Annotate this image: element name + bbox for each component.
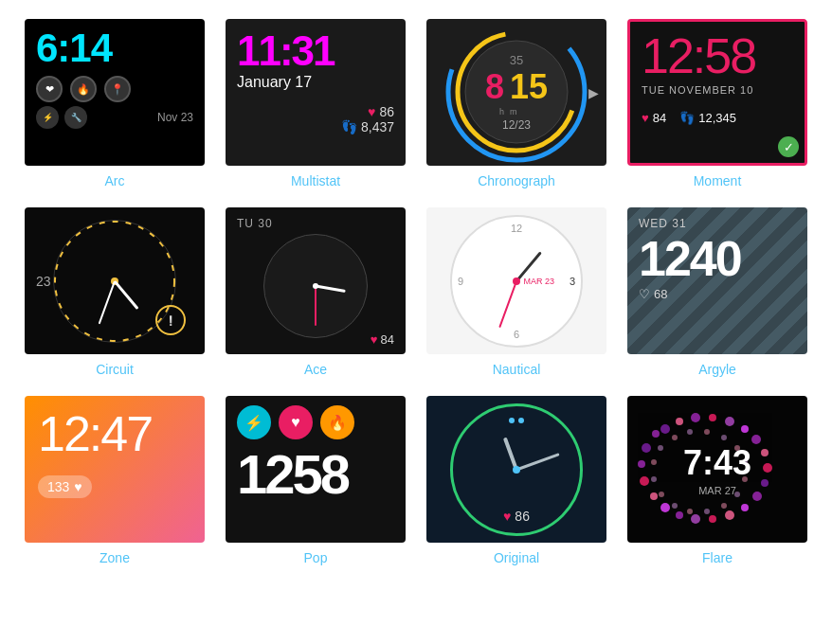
- circuit-label[interactable]: Circuit: [96, 362, 134, 377]
- watch-item-chronograph[interactable]: 35 8 h 15 m 12/23 ▶ Chronogra: [421, 19, 612, 188]
- ace-clock-container: [237, 234, 394, 338]
- svg-point-30: [672, 503, 678, 509]
- svg-point-17: [763, 463, 772, 473]
- arc-label[interactable]: Arc: [105, 173, 125, 188]
- nautical-center-dot: [513, 277, 520, 285]
- watch-item-moment[interactable]: 12:58 TUE NOVEMBER 10 ♥ 84 👣 12,345 ✓ Mo…: [622, 19, 813, 188]
- chrono-top-num: 35: [485, 53, 548, 67]
- chrono-inner: 8 h 15 m: [485, 67, 548, 116]
- arc-bottom-icons: ⚡ 🔧: [36, 106, 87, 129]
- watch-item-arc[interactable]: 6:14 ❤ 🔥 📍 ⚡ 🔧 Nov 23 Arc: [19, 19, 210, 188]
- nautical-min-hand: [498, 280, 517, 328]
- circuit-hour-hand: [114, 280, 139, 310]
- watch-face-arc[interactable]: 6:14 ❤ 🔥 📍 ⚡ 🔧 Nov 23: [25, 19, 205, 166]
- nautical-label-9: 9: [458, 276, 463, 287]
- watch-face-circuit[interactable]: 23 ❕: [25, 207, 205, 354]
- arc-bottom-row: ⚡ 🔧 Nov 23: [36, 106, 193, 129]
- watch-item-zone[interactable]: 12:47 133 ♥ Zone: [19, 396, 210, 565]
- chronograph-label[interactable]: Chronograph: [478, 173, 555, 188]
- circuit-min-hand: [99, 280, 116, 324]
- original-clock: ♥ 86: [450, 403, 583, 536]
- svg-point-41: [672, 435, 678, 440]
- watch-face-argyle[interactable]: WED 31 1240 ♡ 68: [627, 207, 807, 354]
- argyle-heart-icon: ♡: [639, 287, 650, 301]
- flare-time: 7:43: [683, 443, 751, 483]
- watch-face-moment[interactable]: 12:58 TUE NOVEMBER 10 ♥ 84 👣 12,345 ✓: [627, 19, 807, 166]
- svg-point-13: [725, 510, 734, 520]
- arc-date: Nov 23: [157, 111, 193, 124]
- watch-item-pop[interactable]: ⚡ ♥ 🔥 1258 Pop: [220, 396, 411, 565]
- orig-center-dot: [513, 466, 520, 474]
- svg-point-6: [638, 460, 645, 468]
- multistat-steps-value: 8,437: [361, 119, 394, 134]
- chrono-date: 12/23: [485, 118, 548, 132]
- watch-face-chronograph[interactable]: 35 8 h 15 m 12/23 ▶: [426, 19, 606, 166]
- svg-point-39: [704, 429, 710, 435]
- svg-point-38: [721, 435, 727, 440]
- flare-label[interactable]: Flare: [702, 550, 733, 565]
- multistat-heart-icon: ♥: [368, 104, 375, 119]
- watch-face-zone[interactable]: 12:47 133 ♥: [25, 396, 205, 543]
- svg-point-29: [659, 492, 664, 497]
- zone-steps-value: 133: [47, 479, 69, 494]
- watch-face-original[interactable]: ♥ 86: [426, 396, 606, 543]
- arc-time: 6:14: [36, 28, 193, 68]
- svg-point-14: [741, 504, 749, 511]
- watch-face-pop[interactable]: ⚡ ♥ 🔥 1258: [226, 396, 406, 543]
- svg-point-9: [660, 503, 670, 512]
- pop-icon-orange: 🔥: [320, 405, 354, 439]
- watch-item-flare[interactable]: 7:43 MAR 27 Flare: [622, 396, 813, 565]
- moment-heart-stat: ♥ 84: [642, 111, 666, 125]
- svg-point-5: [642, 443, 651, 453]
- nautical-label-3: 3: [570, 276, 575, 287]
- svg-point-31: [687, 509, 693, 514]
- svg-point-8: [650, 492, 658, 500]
- original-label[interactable]: Original: [494, 550, 539, 565]
- moment-steps-stat: 👣 12,345: [679, 111, 736, 125]
- watch-face-nautical[interactable]: 12 3 6 9 MAR 23: [426, 207, 606, 354]
- svg-point-22: [709, 414, 716, 421]
- nautical-label[interactable]: Nautical: [493, 362, 541, 377]
- pop-icon-pink: ♥: [279, 405, 313, 439]
- argyle-heart-stat: ♡ 68: [639, 287, 796, 301]
- original-top-dots: [509, 418, 524, 423]
- moment-day-date: TUE NOVEMBER 10: [642, 84, 793, 96]
- svg-point-26: [658, 445, 663, 451]
- pop-label[interactable]: Pop: [304, 550, 328, 565]
- ace-label[interactable]: Ace: [304, 362, 327, 377]
- watch-face-flare[interactable]: 7:43 MAR 27: [627, 396, 807, 543]
- pop-time: 1258: [237, 447, 394, 502]
- watch-face-multistat[interactable]: 11:31 January 17 ♥ 86 👣 8,437: [226, 19, 406, 166]
- moment-heart-value: 84: [653, 111, 666, 125]
- argyle-heart-value: 68: [654, 287, 667, 301]
- watch-item-ace[interactable]: TU 30 ♥ 84 Ace: [220, 207, 411, 377]
- selected-checkmark: ✓: [778, 136, 799, 157]
- svg-point-10: [676, 511, 683, 519]
- watch-face-ace[interactable]: TU 30 ♥ 84: [226, 207, 406, 354]
- watch-item-original[interactable]: ♥ 86 Original: [421, 396, 612, 565]
- svg-point-28: [651, 476, 657, 482]
- multistat-date: January 17: [237, 74, 394, 91]
- watch-item-nautical[interactable]: 12 3 6 9 MAR 23 Nautical: [421, 207, 612, 377]
- watch-item-circuit[interactable]: 23 ❕ Circuit: [19, 207, 210, 377]
- argyle-day-date: WED 31: [639, 217, 796, 230]
- zone-label[interactable]: Zone: [99, 550, 130, 565]
- moment-stats: ♥ 84 👣 12,345: [642, 111, 793, 125]
- chrono-num-yellow: 15: [510, 67, 548, 107]
- multistat-steps-icon: 👣: [341, 119, 357, 134]
- watch-item-argyle[interactable]: WED 31 1240 ♡ 68 Argyle: [622, 207, 813, 377]
- svg-point-32: [704, 509, 710, 514]
- watch-item-multistat[interactable]: 11:31 January 17 ♥ 86 👣 8,437 Multistat: [220, 19, 411, 188]
- moment-steps-icon: 👣: [679, 111, 695, 125]
- ace-clock: [263, 234, 368, 338]
- ace-heart-icon: ♥: [371, 332, 378, 347]
- svg-point-11: [691, 514, 700, 524]
- argyle-label[interactable]: Argyle: [698, 362, 736, 377]
- svg-point-16: [761, 479, 769, 487]
- zone-stat-bar: 133 ♥: [38, 475, 92, 498]
- nautical-clock: 12 3 6 9 MAR 23: [450, 215, 583, 348]
- flare-date: MAR 27: [683, 485, 751, 496]
- nautical-label-6: 6: [514, 329, 519, 340]
- moment-label[interactable]: Moment: [694, 173, 742, 188]
- multistat-label[interactable]: Multistat: [291, 173, 340, 188]
